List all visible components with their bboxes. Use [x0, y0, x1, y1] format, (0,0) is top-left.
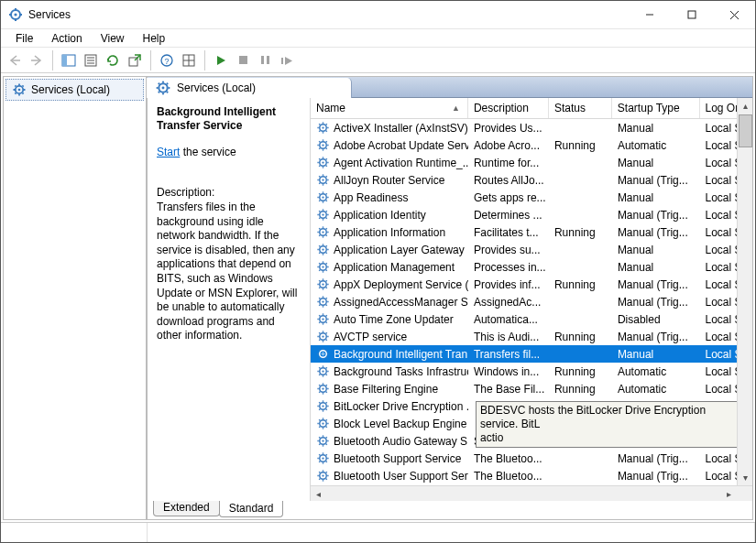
table-row[interactable]: Bluetooth Audio Gateway S...Service sup.…	[311, 432, 752, 450]
table-row[interactable]: Adobe Acrobat Update Serv...Adobe Acro..…	[311, 136, 752, 154]
svg-line-157	[319, 305, 320, 306]
show-hide-tree-button[interactable]	[59, 50, 79, 71]
svg-line-87	[319, 183, 320, 184]
help-button[interactable]: ?	[157, 50, 177, 71]
scroll-thumb[interactable]	[739, 114, 752, 147]
svg-point-159	[322, 318, 323, 320]
restart-service-button[interactable]	[277, 50, 297, 71]
export-button[interactable]	[125, 50, 145, 71]
minimize-button[interactable]	[629, 1, 671, 28]
table-row[interactable]: Background Intelligent Tran...Transfers …	[311, 345, 752, 363]
svg-point-69	[322, 161, 323, 163]
cell-description: Transfers fil...	[468, 348, 549, 361]
svg-line-146	[326, 280, 327, 281]
table-row[interactable]: Application InformationFacilitates t...R…	[311, 223, 752, 241]
cell-status: Running	[549, 226, 612, 239]
table-row[interactable]: Agent Activation Runtime_...Runtime for.…	[311, 154, 752, 171]
cell-description: Provides Us...	[468, 122, 549, 135]
svg-line-246	[326, 454, 327, 455]
svg-line-125	[326, 253, 327, 254]
cell-name: Application Information	[311, 225, 468, 239]
menu-help[interactable]: Help	[134, 30, 175, 47]
col-status[interactable]: Status	[549, 98, 612, 118]
svg-line-54	[319, 124, 320, 125]
properties-button[interactable]	[81, 50, 101, 71]
svg-line-144	[319, 280, 320, 281]
svg-line-106	[326, 211, 327, 212]
table-row[interactable]: ActiveX Installer (AxInstSV)Provides Us.…	[311, 119, 752, 136]
forward-button[interactable]	[27, 50, 47, 71]
tree-item-label: Services (Local)	[31, 83, 110, 96]
svg-point-219	[322, 422, 323, 424]
table-row[interactable]: Bluetooth Support ServiceThe Bluetoo...M…	[311, 450, 752, 467]
maximize-button[interactable]	[671, 1, 713, 28]
table-row[interactable]: AppX Deployment Service (...Provides inf…	[311, 276, 752, 293]
window-buttons	[629, 1, 755, 28]
table-row[interactable]: AllJoyn Router ServiceRoutes AllJo...Man…	[311, 171, 752, 189]
cell-name: Application Layer Gateway ...	[311, 243, 468, 256]
table-row[interactable]: BitLocker Drive Encryption ...	[311, 397, 752, 415]
stop-service-button[interactable]	[233, 50, 253, 71]
menu-view[interactable]: View	[92, 30, 134, 47]
cell-name: Background Intelligent Tran...	[311, 347, 468, 361]
col-startup-type[interactable]: Startup Type	[612, 98, 700, 118]
pause-service-button[interactable]	[255, 50, 275, 71]
menu-file[interactable]: File	[6, 30, 42, 47]
table-row[interactable]: App ReadinessGets apps re...ManualLocal …	[311, 189, 752, 206]
table-row[interactable]: Application ManagementProcesses in...Man…	[311, 258, 752, 276]
vertical-scrollbar[interactable]: ▴ ▾	[737, 98, 752, 485]
scroll-up-icon[interactable]: ▴	[738, 98, 753, 114]
svg-line-194	[319, 367, 320, 368]
table-row[interactable]: AssignedAccessManager Se...AssignedAc...…	[311, 293, 752, 310]
close-button[interactable]	[713, 1, 755, 28]
svg-point-1	[14, 13, 16, 16]
svg-line-237	[319, 444, 320, 445]
tab-extended[interactable]: Extended	[153, 501, 220, 516]
svg-line-185	[326, 357, 327, 358]
svg-line-67	[319, 148, 320, 149]
svg-point-199	[322, 387, 323, 389]
cell-startup: Manual	[612, 122, 700, 135]
scroll-right-icon[interactable]: ▸	[721, 486, 737, 502]
cell-name: AVCTP service	[311, 330, 468, 343]
menubar: File Action View Help	[1, 29, 755, 48]
svg-line-57	[319, 131, 320, 132]
svg-point-49	[322, 126, 323, 128]
cell-description: AssignedAc...	[468, 296, 549, 309]
table-row[interactable]: Bluetooth User Support Ser...The Bluetoo…	[311, 467, 752, 484]
svg-line-184	[319, 350, 320, 351]
horizontal-scrollbar[interactable]: ◂ ▸	[311, 485, 752, 501]
svg-line-196	[326, 367, 327, 368]
svg-line-195	[326, 375, 327, 375]
grid-button[interactable]	[179, 50, 199, 71]
svg-line-177	[319, 340, 320, 341]
cell-startup: Automatic	[612, 365, 700, 378]
start-service-button[interactable]	[211, 50, 231, 71]
scroll-down-icon[interactable]: ▾	[738, 470, 753, 485]
table-row[interactable]: Application IdentityDetermines ...Manual…	[311, 206, 752, 223]
table-row[interactable]: Base Filtering EngineThe Base Fil...Runn…	[311, 380, 752, 397]
table-row[interactable]: Auto Time Zone UpdaterAutomatica...Disab…	[311, 310, 752, 328]
table-header: Name▲ Description Status Startup Type Lo…	[311, 98, 752, 119]
statusbar	[1, 522, 755, 542]
col-description[interactable]: Description	[468, 98, 549, 118]
col-name[interactable]: Name▲	[311, 98, 468, 118]
scroll-left-icon[interactable]: ◂	[311, 486, 326, 502]
svg-line-77	[319, 166, 320, 167]
table-row[interactable]: AVCTP serviceThis is Audi...RunningManua…	[311, 328, 752, 345]
svg-line-114	[319, 228, 320, 229]
table-row[interactable]: Application Layer Gateway ...Provides su…	[311, 241, 752, 258]
svg-line-107	[319, 218, 320, 219]
back-button[interactable]	[5, 50, 25, 71]
start-service-link[interactable]: Start	[157, 146, 180, 158]
table-row[interactable]: Block Level Backup Engine ...	[311, 415, 752, 432]
table-row[interactable]: Background Tasks Infrastruc...Windows in…	[311, 363, 752, 380]
refresh-button[interactable]	[103, 50, 123, 71]
cell-startup: Manual (Trig...	[612, 470, 700, 483]
tab-standard[interactable]: Standard	[219, 501, 284, 517]
view-tabs: Extended Standard	[148, 501, 752, 519]
tree-item-services-local[interactable]: Services (Local)	[5, 79, 144, 101]
cell-startup: Manual	[612, 261, 700, 274]
svg-point-139	[322, 283, 323, 285]
menu-action[interactable]: Action	[42, 30, 91, 47]
